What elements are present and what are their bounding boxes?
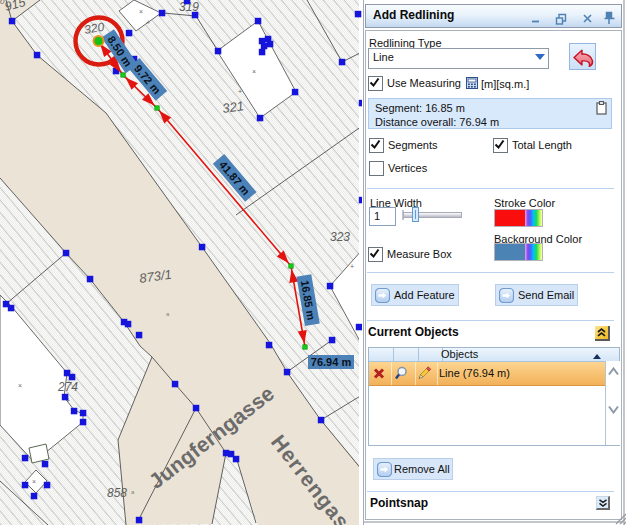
svg-text:323: 323 — [330, 230, 350, 244]
svg-text:×: × — [252, 68, 256, 75]
svg-text:76.94 m: 76.94 m — [311, 356, 352, 368]
svg-text:274: 274 — [57, 380, 78, 394]
svg-text:+: + — [146, 19, 150, 26]
svg-text:×: × — [32, 478, 36, 485]
svg-text:858: 858 — [107, 486, 127, 500]
svg-text:×: × — [139, 8, 143, 15]
svg-text:+: + — [238, 88, 242, 95]
svg-text:321: 321 — [221, 98, 245, 116]
svg-text:0: 0 — [0, 0, 5, 6]
svg-text:+: + — [350, 263, 354, 270]
svg-text:×: × — [18, 382, 22, 389]
